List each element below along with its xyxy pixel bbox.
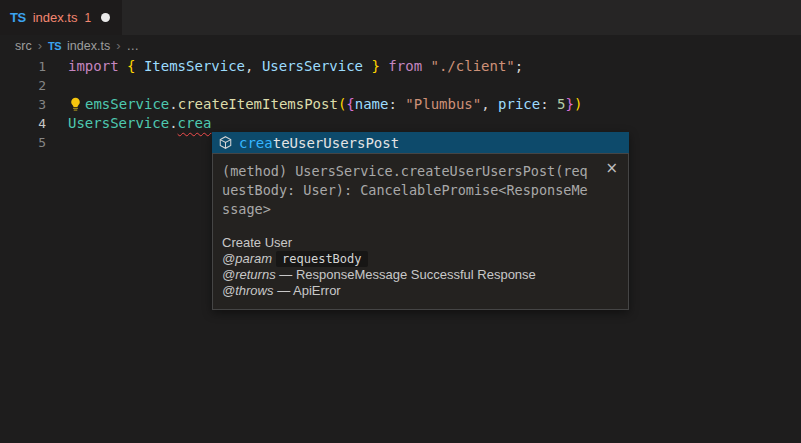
- method-signature: (method) UsersService.createUserUsersPos…: [222, 162, 590, 219]
- code-token: :: [540, 95, 557, 114]
- line-number: 5: [0, 133, 46, 152]
- tab-filename: index.ts: [33, 10, 78, 25]
- doc-tag-throws: @throws — ApiError: [222, 283, 620, 299]
- code-token: createItemItemsPost: [178, 95, 338, 114]
- code-token: [422, 57, 430, 76]
- code-token: UsersService: [262, 57, 363, 76]
- doc-tag-returns: @returns — ResponseMessage Successful Re…: [222, 267, 620, 283]
- code-line[interactable]: 4UsersService.crea: [0, 114, 801, 133]
- breadcrumb: src › TS index.ts › …: [0, 35, 801, 56]
- doc-tag-param: @paramrequestBody: [222, 251, 620, 267]
- doc-description: Create User: [222, 235, 620, 251]
- code-token: 5: [557, 95, 565, 114]
- typescript-file-icon: TS: [10, 10, 26, 25]
- chevron-right-icon: ›: [116, 38, 120, 53]
- line-number: 1: [0, 57, 46, 76]
- code-line[interactable]: 2: [0, 76, 801, 95]
- line-number: 2: [0, 76, 46, 95]
- doc-body: Create User @paramrequestBody @returns —…: [222, 235, 620, 299]
- code-line[interactable]: 1import { ItemsService, UsersService } f…: [0, 57, 801, 76]
- code-token: {: [127, 57, 144, 76]
- code-token: from: [388, 57, 422, 76]
- code-token: .: [169, 95, 177, 114]
- unsaved-changes-dot-icon[interactable]: [101, 13, 110, 22]
- suggestion-item-createUserUsersPost[interactable]: createUserUsersPost: [212, 132, 629, 153]
- suggestion-label: createUserUsersPost: [239, 135, 399, 151]
- code-line-content[interactable]: [46, 76, 68, 95]
- method-icon: [218, 135, 233, 150]
- line-number: 3: [0, 95, 46, 114]
- code-token: ,: [245, 57, 262, 76]
- code-token: emsService: [85, 95, 169, 114]
- code-line-content[interactable]: UsersService.crea: [46, 114, 211, 133]
- param-name-chip: requestBody: [276, 251, 367, 267]
- tab-bar: TS index.ts 1: [0, 0, 801, 35]
- breadcrumb-item-index-ts[interactable]: index.ts: [67, 39, 110, 53]
- line-number: 4: [0, 114, 46, 133]
- code-token: "Plumbus": [405, 95, 481, 114]
- tab-index-ts[interactable]: TS index.ts 1: [0, 0, 122, 35]
- breadcrumb-item-src[interactable]: src: [15, 39, 32, 53]
- code-token: crea: [178, 114, 212, 133]
- code-token: "./client": [431, 57, 515, 76]
- code-line-content[interactable]: import { ItemsService, UsersService } fr…: [46, 57, 523, 76]
- code-line-content[interactable]: [46, 133, 68, 152]
- code-token: (: [338, 95, 346, 114]
- close-icon[interactable]: ×: [605, 161, 618, 176]
- code-token: .: [169, 114, 177, 133]
- code-token: ;: [515, 57, 523, 76]
- chevron-right-icon: ›: [38, 38, 42, 53]
- code-token: [380, 57, 388, 76]
- typescript-file-icon: TS: [48, 40, 61, 52]
- code-token: ,: [481, 95, 498, 114]
- code-token: price: [498, 95, 540, 114]
- code-line-content[interactable]: emsService.createItemItemsPost({name: "P…: [46, 95, 582, 114]
- code-token: name: [355, 95, 389, 114]
- suggest-widget: createUserUsersPost (method) UsersServic…: [212, 132, 629, 310]
- code-token: }: [566, 95, 574, 114]
- suggestion-docs-panel: (method) UsersService.createUserUsersPos…: [212, 153, 629, 310]
- code-token: import: [68, 57, 127, 76]
- code-token: ): [574, 95, 582, 114]
- code-token: UsersService: [68, 114, 169, 133]
- code-token: ItemsService: [144, 57, 245, 76]
- code-token: {: [346, 95, 354, 114]
- breadcrumb-item-symbol[interactable]: …: [127, 39, 140, 53]
- tab-problem-count-badge: 1: [84, 11, 91, 25]
- code-line[interactable]: 3emsService.createItemItemsPost({name: "…: [0, 95, 801, 114]
- code-token: }: [363, 57, 380, 76]
- lightbulb-icon[interactable]: [68, 97, 85, 112]
- code-token: :: [388, 95, 405, 114]
